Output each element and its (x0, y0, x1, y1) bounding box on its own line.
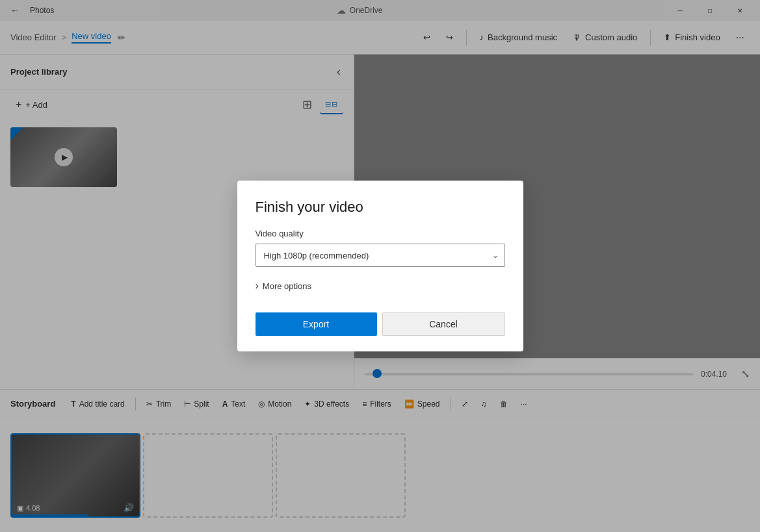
modal-actions: Export Cancel (256, 312, 505, 336)
modal-overlay: Finish your video Video quality High 108… (0, 0, 760, 532)
modal-title: Finish your video (256, 199, 505, 216)
cancel-button[interactable]: Cancel (382, 312, 505, 336)
quality-label: Video quality (256, 229, 505, 238)
more-options-label: More options (263, 281, 311, 291)
quality-select-wrapper: High 1080p (recommended) Medium 720p Low… (256, 244, 505, 267)
more-options-toggle[interactable]: › More options (256, 277, 505, 294)
chevron-right-icon: › (256, 280, 259, 292)
finish-video-modal: Finish your video Video quality High 108… (237, 181, 523, 351)
quality-select[interactable]: High 1080p (recommended) Medium 720p Low… (256, 244, 505, 267)
export-button[interactable]: Export (256, 312, 377, 336)
